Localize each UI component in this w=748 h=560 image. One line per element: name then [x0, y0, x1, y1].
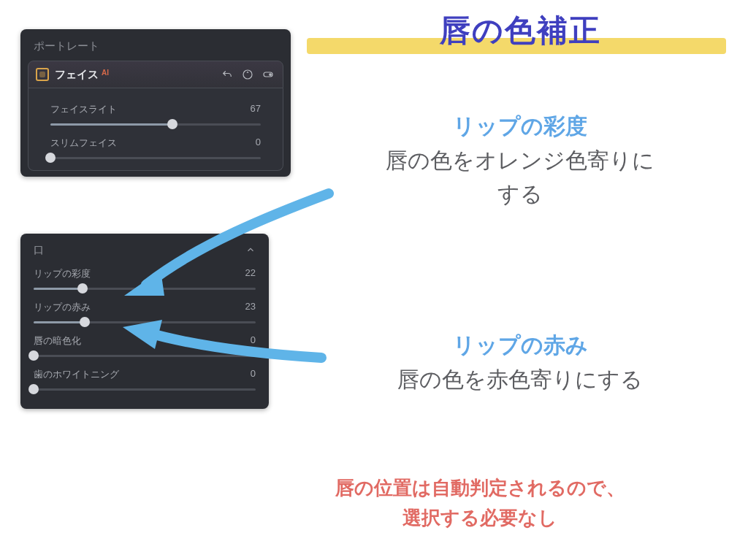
panel-title-portrait: ポートレート	[20, 37, 291, 61]
slider-track[interactable]	[34, 283, 256, 294]
footnote-line: 唇の位置は自動判定されるので、	[241, 473, 719, 502]
chevron-up-icon[interactable]	[245, 245, 256, 257]
note-body-line: 唇の色をオレンジ色寄りに	[307, 144, 733, 178]
page-title: 唇の色補正	[307, 10, 733, 51]
slider-thumb[interactable]	[77, 283, 88, 294]
mouth-panel: 口 リップの彩度 22 リップの赤み 23 唇の暗色化 0	[20, 234, 269, 409]
slider-label: スリムフェイス	[50, 137, 117, 150]
note-lip-saturation: リップの彩度 唇の色をオレンジ色寄りに する	[307, 110, 733, 212]
toggle-visibility-icon[interactable]	[261, 67, 275, 82]
slider-lip-saturation[interactable]: リップの彩度 22	[20, 263, 269, 296]
reset-icon[interactable]	[240, 67, 255, 82]
slider-track[interactable]	[34, 317, 256, 327]
slider-thumb[interactable]	[28, 384, 39, 394]
slider-track[interactable]	[34, 384, 256, 394]
slider-thumb[interactable]	[28, 350, 39, 361]
face-square-icon	[36, 68, 49, 81]
note-body-line: する	[307, 177, 733, 212]
face-header[interactable]: フェイス AI	[28, 61, 283, 88]
face-body: フェイスライト 67 スリムフェイス 0	[28, 88, 283, 171]
ai-badge: AI	[102, 69, 109, 77]
svg-point-2	[269, 73, 272, 76]
slider-slimface[interactable]: スリムフェイス 0	[37, 132, 274, 166]
slider-track[interactable]	[50, 153, 261, 163]
slider-teeth-whitening[interactable]: 歯のホワイトニング 0	[20, 364, 269, 397]
section-label: 口	[34, 244, 44, 257]
note-body-line: 唇の色を赤色寄りにする	[307, 363, 733, 397]
footnote-line: 選択する必要なし	[241, 503, 719, 532]
slider-thumb[interactable]	[80, 317, 90, 327]
slider-facelight[interactable]: フェイスライト 67	[37, 99, 274, 132]
slider-value: 0	[251, 334, 256, 348]
slider-label: 唇の暗色化	[34, 334, 81, 348]
slider-track[interactable]	[34, 350, 256, 361]
mouth-section-header[interactable]: 口	[20, 241, 269, 263]
slider-label: リップの彩度	[34, 267, 91, 280]
face-header-label: フェイス	[55, 68, 99, 82]
note-head: リップの赤み	[307, 329, 733, 363]
note-head: リップの彩度	[307, 110, 733, 144]
slider-value: 22	[245, 267, 256, 280]
footnote: 唇の位置は自動判定されるので、 選択する必要なし	[241, 473, 719, 532]
portrait-panel: ポートレート フェイス AI フェイスライト 67	[20, 29, 291, 177]
slider-value: 0	[251, 368, 256, 381]
slider-value: 0	[256, 137, 261, 150]
note-lip-redness: リップの赤み 唇の色を赤色寄りにする	[307, 329, 733, 396]
slider-label: リップの赤み	[34, 301, 91, 314]
slider-value: 23	[245, 301, 256, 314]
title-text: 唇の色補正	[307, 10, 733, 51]
slider-lip-darken[interactable]: 唇の暗色化 0	[20, 330, 269, 364]
slider-label: フェイスライト	[50, 103, 117, 116]
slider-thumb[interactable]	[167, 119, 178, 129]
slider-label: 歯のホワイトニング	[34, 368, 119, 381]
undo-icon[interactable]	[220, 67, 234, 82]
slider-lip-redness[interactable]: リップの赤み 23	[20, 296, 269, 330]
slider-thumb[interactable]	[45, 153, 56, 163]
slider-value: 67	[251, 103, 261, 116]
slider-track[interactable]	[50, 119, 261, 129]
